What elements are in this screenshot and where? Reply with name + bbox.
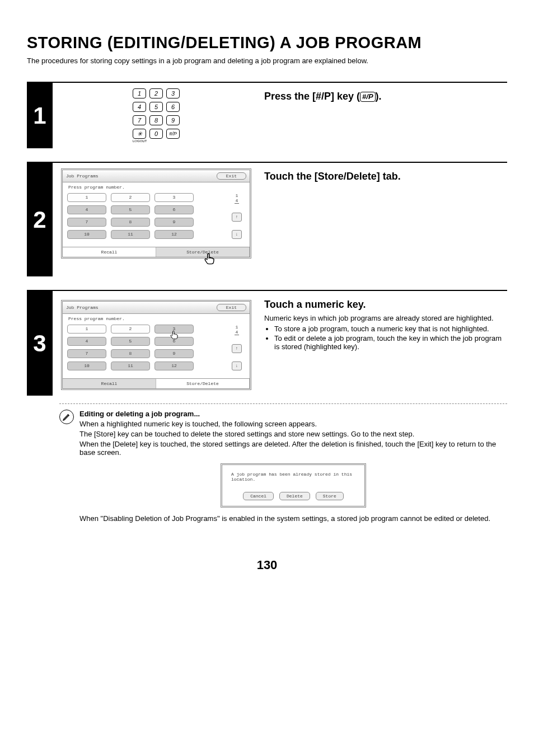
dashed-divider bbox=[59, 403, 507, 404]
keypad-key: 1 bbox=[133, 88, 146, 98]
step3-bullets: To store a job program, touch a numeric … bbox=[264, 325, 507, 351]
step3-instruction: Touch a numeric key. bbox=[264, 299, 507, 311]
note-line: The [Store] key can be touched to delete… bbox=[79, 430, 507, 438]
step-2: 2 Job Programs Exit Press program number… bbox=[27, 162, 507, 276]
popup-cancel-button[interactable]: Cancel bbox=[243, 492, 274, 500]
bullet-item: To edit or delete a job program, touch t… bbox=[274, 334, 507, 351]
lcd-program-button[interactable]: 8 bbox=[111, 349, 150, 358]
keypad-key: 9 bbox=[166, 115, 180, 125]
lcd-program-button[interactable]: 11 bbox=[111, 230, 150, 239]
note-icon bbox=[59, 410, 74, 424]
keypad-illustration: 1 2 3 4 5 6 7 8 9 ✳ LOGOUT 0 bbox=[133, 88, 180, 143]
lcd-scroll-up[interactable]: ↑ bbox=[232, 213, 242, 222]
keypad-key: 0 bbox=[149, 129, 163, 139]
logout-label: LOGOUT bbox=[133, 139, 146, 143]
bullet-item: To store a job program, touch a numeric … bbox=[274, 325, 507, 333]
step1-instruction: Press the [#/P] key (#/P). bbox=[264, 91, 507, 102]
lcd-instruction: Press program number. bbox=[68, 316, 245, 321]
lcd-title: Job Programs bbox=[66, 173, 217, 179]
lcd-program-button[interactable]: 12 bbox=[154, 230, 194, 239]
lcd-program-button[interactable]: 7 bbox=[67, 218, 106, 227]
lcd-program-button[interactable]: 7 bbox=[67, 349, 106, 358]
step1-title-prefix: Press the [#/P] key ( bbox=[264, 91, 360, 102]
popup-delete-button[interactable]: Delete bbox=[279, 492, 310, 500]
keypad-key-hashp: #/P bbox=[166, 129, 180, 139]
step-number-2: 2 bbox=[27, 163, 53, 276]
note-line: When a highlighted numeric key is touche… bbox=[79, 420, 507, 428]
lcd-program-button[interactable]: 8 bbox=[111, 218, 150, 227]
lcd-title: Job Programs bbox=[66, 305, 217, 310]
lcd-exit-button[interactable]: Exit bbox=[217, 172, 246, 180]
lcd-program-button[interactable]: 5 bbox=[111, 337, 150, 346]
lcd-instruction: Press program number. bbox=[68, 185, 245, 190]
keypad-key: 3 bbox=[166, 88, 180, 98]
page-number: 130 bbox=[27, 558, 507, 572]
note-line: When the [Delete] key is touched, the st… bbox=[79, 440, 507, 457]
lcd-scroll-down[interactable]: ↓ bbox=[232, 230, 242, 239]
keypad-key: 6 bbox=[166, 102, 180, 112]
lcd-program-button[interactable]: 5 bbox=[111, 205, 150, 214]
lcd-panel-step3: Job Programs Exit Press program number. … bbox=[61, 300, 251, 390]
lcd-program-button[interactable]: 6 bbox=[154, 205, 194, 214]
popup-message: A job program has been already stored in… bbox=[231, 472, 355, 482]
keypad-key: 2 bbox=[149, 88, 163, 98]
lcd-scroll-up[interactable]: ↑ bbox=[232, 344, 242, 353]
keypad-key: 4 bbox=[133, 102, 146, 112]
lcd-tab-store-delete[interactable]: Store/Delete bbox=[156, 379, 250, 388]
lcd-program-button[interactable]: 2 bbox=[111, 325, 150, 334]
keypad-key-star: ✳ bbox=[133, 129, 146, 139]
lcd-program-button[interactable]: 1 bbox=[67, 325, 106, 334]
page-title: STORING (EDITING/DELETING) A JOB PROGRAM bbox=[27, 34, 507, 52]
confirmation-popup: A job program has been already stored in… bbox=[221, 463, 366, 508]
note-heading: Editing or deleting a job program... bbox=[79, 410, 507, 418]
lcd-program-button[interactable]: 3 bbox=[154, 325, 194, 334]
step-3: 3 Job Programs Exit Press program number… bbox=[27, 290, 507, 524]
intro-text: The procedures for storing copy settings… bbox=[27, 57, 507, 65]
popup-store-button[interactable]: Store bbox=[316, 492, 344, 500]
step-number-3: 3 bbox=[27, 291, 53, 396]
lcd-program-button[interactable]: 9 bbox=[154, 218, 194, 227]
step1-title-suffix: ). bbox=[376, 91, 382, 102]
lcd-program-button[interactable]: 9 bbox=[154, 349, 194, 358]
pointing-hand-icon bbox=[202, 252, 217, 266]
lcd-program-button[interactable]: 10 bbox=[67, 230, 106, 239]
lcd-page-indicator: 1 4 bbox=[235, 325, 240, 335]
lcd-program-button[interactable]: 1 bbox=[67, 193, 106, 202]
step-1: 1 1 2 3 4 5 6 7 8 9 ✳ LO bbox=[27, 82, 507, 148]
note-final: When "Disabling Deletion of Job Programs… bbox=[79, 514, 507, 523]
lcd-program-button[interactable]: 11 bbox=[111, 361, 150, 370]
lcd-program-button[interactable]: 3 bbox=[154, 193, 194, 202]
lcd-program-button[interactable]: 2 bbox=[111, 193, 150, 202]
step2-instruction: Touch the [Store/Delete] tab. bbox=[264, 171, 507, 182]
keypad-key: 7 bbox=[133, 115, 146, 125]
step3-description: Numeric keys in which job programs are a… bbox=[264, 314, 507, 322]
lcd-scroll-down[interactable]: ↓ bbox=[232, 361, 242, 370]
lcd-exit-button[interactable]: Exit bbox=[217, 304, 246, 311]
lcd-panel-step2: Job Programs Exit Press program number. … bbox=[61, 168, 251, 259]
lcd-program-button[interactable]: 4 bbox=[67, 205, 106, 214]
lcd-page-indicator: 1 4 bbox=[235, 193, 240, 204]
lcd-program-button[interactable]: 12 bbox=[154, 361, 194, 370]
step-number-1: 1 bbox=[27, 83, 53, 148]
keypad-key: 5 bbox=[149, 102, 163, 112]
lcd-tab-recall[interactable]: Recall bbox=[63, 247, 156, 257]
lcd-program-button[interactable]: 4 bbox=[67, 337, 106, 346]
keypad-key: 8 bbox=[149, 115, 163, 125]
hashp-key-icon: #/P bbox=[360, 92, 376, 102]
lcd-program-button[interactable]: 10 bbox=[67, 361, 106, 370]
lcd-tab-recall[interactable]: Recall bbox=[63, 379, 156, 388]
